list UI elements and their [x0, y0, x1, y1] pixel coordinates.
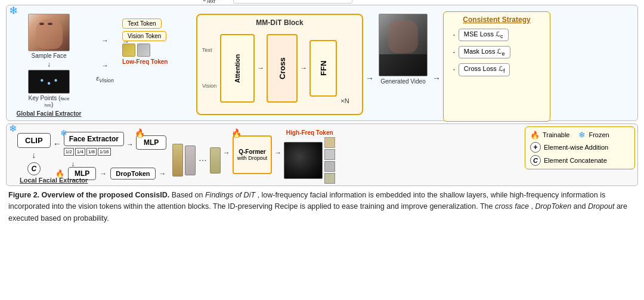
concat-circle: C: [27, 162, 41, 175]
text-token-box: Text Token: [122, 18, 162, 29]
mse-loss-row: • MSE Loss ℒc: [453, 29, 545, 41]
droptoken-box: DropToken: [110, 168, 155, 180]
snowflake-icon-legend: ❄: [578, 130, 586, 140]
high-freq-image: [284, 142, 323, 179]
arrow-cross-ffn: →: [300, 64, 307, 72]
arrow-clip-down: ↓: [32, 150, 36, 160]
main-container: ❄ Sample Face ↓ • • • Key Points (facehm…: [0, 0, 644, 300]
sample-face-label: Sample Face: [32, 52, 67, 59]
caption-text4: and: [574, 202, 588, 211]
consistent-title: Consistent Strategy: [448, 16, 545, 24]
caption-text1: Based on: [172, 191, 205, 199]
attention-box: Attention: [220, 34, 255, 103]
scale-row: 1/2 1/4 1/8 1/16: [64, 148, 124, 156]
arrow-right-kp: →: [101, 61, 109, 70]
generated-video-section: Generated Video: [376, 14, 430, 117]
clip-section: CLIP ↓ C: [17, 133, 51, 183]
legend-box: 🔥 Trainable ❄ Frozen + Element-wise Addi…: [525, 126, 635, 169]
caption-italic4: Dropout: [588, 202, 614, 211]
text-quote: "a woman in a dynamic action pose, dress…: [233, 0, 352, 4]
keypoints-image: • • •: [28, 70, 70, 94]
arrow-droptoken-qformer: →: [159, 169, 166, 178]
legend-concat: C Element Concatenate: [530, 155, 630, 166]
flame-icon-qformer: 🔥: [231, 128, 242, 138]
mmdit-side-labels: Text Vision: [202, 32, 216, 104]
scale-1-16: 1/16: [98, 148, 111, 156]
arrow-mmdit-video: →: [366, 39, 374, 117]
vision-token-sq1: [122, 44, 135, 57]
caption-italic1: Findings of DiT: [205, 191, 255, 199]
keypoints-label: Key Points (facehm): [28, 95, 69, 108]
snowflake-icon-bottom1: ❄: [9, 123, 17, 134]
face-extractor-box: Face Extractor: [64, 132, 124, 146]
high-freq-token-stacks: [324, 137, 335, 184]
caption: Figure 2. Overview of the proposed Consi…: [6, 188, 638, 225]
arrow-feats-qformer: →: [223, 149, 230, 183]
element-add-label: Element-wise Addition: [544, 144, 608, 151]
token-area: → → Text Token Vision Token Low-Freq Tok…: [122, 9, 194, 117]
mask-loss-box: Mask Loss ℒe: [459, 46, 510, 58]
vision-token-box: Vision Token: [122, 31, 166, 41]
text-side-label: Text: [202, 47, 216, 53]
snowflake-icon-face: ❄: [60, 128, 67, 138]
qformer-label-2: with Dropout: [237, 155, 268, 161]
epsilon-vision-section: → → εVision: [90, 9, 120, 117]
c-circle-legend: C: [530, 155, 541, 166]
arrow-attn-cross: →: [257, 64, 264, 72]
feature-maps: ···: [172, 138, 220, 183]
arrow-qformer-highfreq: →: [274, 149, 281, 183]
frozen-label: Frozen: [589, 131, 609, 138]
generated-video-image: [379, 14, 428, 76]
global-extractor-label: Global Facial Extractor: [17, 110, 82, 117]
generated-video-label: Generated Video: [380, 78, 425, 85]
element-concat-label: Element Concatenate: [544, 157, 607, 164]
trainable-label: Trainable: [543, 131, 569, 138]
qformer-section: 🔥 Q-Former with Dropout: [233, 132, 273, 183]
clip-box: CLIP: [17, 133, 51, 148]
fig-num: Figure 2.: [8, 191, 39, 199]
xn-label: ×N: [340, 97, 349, 104]
caption-italic3: DropToken: [535, 202, 571, 211]
high-freq-token-label: High-Freq Token: [286, 129, 333, 136]
flame-icon-legend: 🔥: [530, 131, 540, 140]
caption-bold1: Overview of the proposed ConsisID.: [42, 191, 170, 199]
hf-token-2: [324, 149, 335, 160]
mmdit-title: MM-DiT Block: [201, 18, 358, 27]
arrow-video-consistent: →: [432, 39, 441, 117]
bottom-section: ❄ CLIP ↓ C ← ❄ Face Extractor 1/2 1/4 1/…: [6, 123, 638, 186]
face-section: Sample Face ↓ • • • Key Points (facehm) …: [10, 9, 88, 117]
ellipsis: ···: [199, 155, 206, 166]
feat-map-2: [185, 146, 196, 175]
scale-1-4: 1/4: [75, 148, 85, 156]
vision-side-label: Vision: [202, 83, 216, 89]
hf-token-3: [324, 161, 335, 172]
low-freq-token-label: Low-Freq Token: [122, 58, 168, 65]
qformer-box: Q-Former with Dropout: [233, 135, 273, 174]
hf-token-4: [324, 173, 335, 184]
plus-circle-legend: +: [530, 142, 541, 153]
cross-loss-box: Cross Loss ℒf: [459, 63, 510, 76]
feat-map-3: [210, 147, 221, 174]
ffn-box: FFN: [309, 40, 337, 97]
flame-icon-mlp1: 🔥: [135, 128, 145, 138]
arrow-mlp2-droptoken: →: [100, 169, 107, 178]
legend-add: + Element-wise Addition: [530, 142, 630, 153]
cross-loss-row: • Cross Loss ℒf: [453, 63, 545, 76]
local-extractor-label: Local Facial Extractor: [20, 177, 88, 184]
caption-italic2: cross face: [495, 202, 529, 211]
snowflake-icon-top-left: ❄: [9, 4, 18, 17]
high-freq-section: High-Freq Token: [284, 129, 335, 183]
arrow-right-face: →: [101, 36, 109, 45]
mmdit-block: MM-DiT Block "a woman in a dynamic actio…: [196, 14, 363, 115]
consistent-strategy-box: Consistent Strategy • MSE Loss ℒc • Mask…: [443, 11, 550, 122]
cross-box: Cross: [267, 34, 298, 103]
hf-token-1: [324, 137, 335, 148]
epsilon-vision-label: εVision: [96, 75, 114, 83]
scale-1-8: 1/8: [86, 148, 97, 156]
feat-map-1: [172, 144, 183, 177]
mse-loss-box: MSE Loss ℒc: [459, 29, 509, 41]
scale-1-2: 1/2: [64, 148, 74, 156]
qformer-label-1: Q-Former: [239, 149, 266, 155]
vision-token-sq2: [137, 44, 150, 57]
legend-trainable: 🔥 Trainable ❄ Frozen: [530, 130, 630, 140]
